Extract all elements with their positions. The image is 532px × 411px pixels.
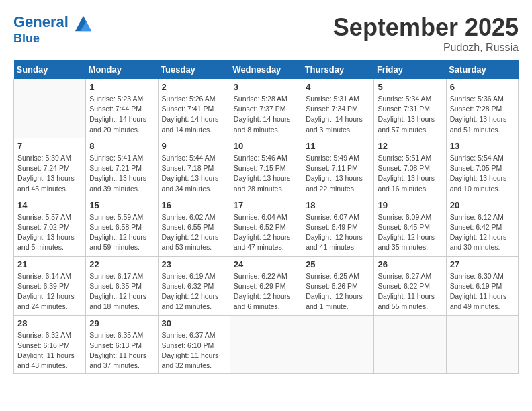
day-info: Sunrise: 6:09 AM Sunset: 6:45 PM Dayligh… (378, 212, 442, 253)
calendar-cell: 22Sunrise: 6:17 AM Sunset: 6:35 PM Dayli… (86, 256, 158, 315)
weekday-header-friday: Friday (374, 60, 446, 79)
day-info: Sunrise: 6:35 AM Sunset: 6:13 PM Dayligh… (89, 330, 154, 371)
day-number: 30 (162, 318, 226, 328)
day-number: 27 (450, 259, 515, 269)
day-info: Sunrise: 6:17 AM Sunset: 6:35 PM Dayligh… (89, 271, 154, 312)
day-number: 11 (306, 141, 370, 151)
weekday-header-row: SundayMondayTuesdayWednesdayThursdayFrid… (14, 60, 519, 79)
calendar-cell: 27Sunrise: 6:30 AM Sunset: 6:19 PM Dayli… (446, 256, 518, 315)
day-number: 22 (89, 259, 154, 269)
calendar-cell (374, 315, 446, 374)
day-info: Sunrise: 6:32 AM Sunset: 6:16 PM Dayligh… (17, 330, 82, 371)
week-row-5: 28Sunrise: 6:32 AM Sunset: 6:16 PM Dayli… (14, 315, 519, 374)
weekday-header-sunday: Sunday (14, 60, 86, 79)
logo-subtext: Blue (13, 32, 93, 46)
day-info: Sunrise: 6:19 AM Sunset: 6:32 PM Dayligh… (162, 271, 226, 312)
day-info: Sunrise: 6:12 AM Sunset: 6:42 PM Dayligh… (450, 212, 515, 253)
calendar-table: SundayMondayTuesdayWednesdayThursdayFrid… (13, 60, 519, 374)
day-number: 7 (17, 141, 82, 151)
day-info: Sunrise: 5:57 AM Sunset: 7:02 PM Dayligh… (17, 212, 82, 253)
day-info: Sunrise: 5:41 AM Sunset: 7:21 PM Dayligh… (89, 153, 154, 194)
day-number: 26 (378, 259, 442, 269)
location: Pudozh, Russia (333, 42, 519, 54)
calendar-cell: 9Sunrise: 5:44 AM Sunset: 7:18 PM Daylig… (158, 138, 230, 197)
calendar-cell: 15Sunrise: 5:59 AM Sunset: 6:58 PM Dayli… (86, 197, 158, 256)
calendar-cell: 29Sunrise: 6:35 AM Sunset: 6:13 PM Dayli… (86, 315, 158, 374)
calendar-cell: 24Sunrise: 6:22 AM Sunset: 6:29 PM Dayli… (230, 256, 302, 315)
calendar-cell: 30Sunrise: 6:37 AM Sunset: 6:10 PM Dayli… (158, 315, 230, 374)
day-number: 18 (306, 200, 370, 210)
calendar-cell (446, 315, 518, 374)
weekday-header-tuesday: Tuesday (158, 60, 230, 79)
week-row-2: 7Sunrise: 5:39 AM Sunset: 7:24 PM Daylig… (14, 138, 519, 197)
day-info: Sunrise: 5:34 AM Sunset: 7:31 PM Dayligh… (378, 94, 442, 135)
day-info: Sunrise: 6:37 AM Sunset: 6:10 PM Dayligh… (162, 330, 226, 371)
calendar-cell: 16Sunrise: 6:02 AM Sunset: 6:55 PM Dayli… (158, 197, 230, 256)
day-number: 6 (450, 82, 515, 92)
day-number: 21 (17, 259, 82, 269)
day-info: Sunrise: 6:27 AM Sunset: 6:22 PM Dayligh… (378, 271, 442, 312)
day-info: Sunrise: 5:36 AM Sunset: 7:28 PM Dayligh… (450, 94, 515, 135)
calendar-cell: 12Sunrise: 5:51 AM Sunset: 7:08 PM Dayli… (374, 138, 446, 197)
week-row-3: 14Sunrise: 5:57 AM Sunset: 7:02 PM Dayli… (14, 197, 519, 256)
calendar-cell: 3Sunrise: 5:28 AM Sunset: 7:37 PM Daylig… (230, 79, 302, 138)
day-info: Sunrise: 5:23 AM Sunset: 7:44 PM Dayligh… (89, 94, 154, 135)
day-number: 28 (17, 318, 82, 328)
month-year: September 2025 (333, 13, 519, 42)
day-info: Sunrise: 5:39 AM Sunset: 7:24 PM Dayligh… (17, 153, 82, 194)
weekday-header-thursday: Thursday (302, 60, 374, 79)
calendar-cell: 28Sunrise: 6:32 AM Sunset: 6:16 PM Dayli… (14, 315, 86, 374)
month-title: September 2025 Pudozh, Russia (333, 13, 519, 54)
day-number: 23 (162, 259, 226, 269)
calendar-cell: 25Sunrise: 6:25 AM Sunset: 6:26 PM Dayli… (302, 256, 374, 315)
day-info: Sunrise: 6:14 AM Sunset: 6:39 PM Dayligh… (17, 271, 82, 312)
weekday-header-wednesday: Wednesday (230, 60, 302, 79)
day-info: Sunrise: 5:59 AM Sunset: 6:58 PM Dayligh… (89, 212, 154, 253)
calendar-cell: 18Sunrise: 6:07 AM Sunset: 6:49 PM Dayli… (302, 197, 374, 256)
page-header: General Blue September 2025 Pudozh, Russ… (13, 13, 519, 54)
day-number: 13 (450, 141, 515, 151)
day-number: 25 (306, 259, 370, 269)
calendar-cell: 19Sunrise: 6:09 AM Sunset: 6:45 PM Dayli… (374, 197, 446, 256)
day-info: Sunrise: 6:02 AM Sunset: 6:55 PM Dayligh… (162, 212, 226, 253)
day-info: Sunrise: 5:44 AM Sunset: 7:18 PM Dayligh… (162, 153, 226, 194)
day-number: 14 (17, 200, 82, 210)
calendar-cell: 23Sunrise: 6:19 AM Sunset: 6:32 PM Dayli… (158, 256, 230, 315)
day-number: 16 (162, 200, 226, 210)
calendar-cell: 5Sunrise: 5:34 AM Sunset: 7:31 PM Daylig… (374, 79, 446, 138)
day-number: 17 (234, 200, 298, 210)
calendar-cell (14, 79, 86, 138)
logo-text: General (13, 13, 93, 32)
week-row-1: 1Sunrise: 5:23 AM Sunset: 7:44 PM Daylig… (14, 79, 519, 138)
day-number: 5 (378, 82, 442, 92)
day-info: Sunrise: 6:30 AM Sunset: 6:19 PM Dayligh… (450, 271, 515, 312)
day-number: 15 (89, 200, 154, 210)
day-info: Sunrise: 5:51 AM Sunset: 7:08 PM Dayligh… (378, 153, 442, 194)
day-number: 24 (234, 259, 298, 269)
calendar-cell: 10Sunrise: 5:46 AM Sunset: 7:15 PM Dayli… (230, 138, 302, 197)
calendar-cell: 20Sunrise: 6:12 AM Sunset: 6:42 PM Dayli… (446, 197, 518, 256)
calendar-cell: 11Sunrise: 5:49 AM Sunset: 7:11 PM Dayli… (302, 138, 374, 197)
calendar-cell: 2Sunrise: 5:26 AM Sunset: 7:41 PM Daylig… (158, 79, 230, 138)
day-info: Sunrise: 6:04 AM Sunset: 6:52 PM Dayligh… (234, 212, 298, 253)
day-number: 4 (306, 82, 370, 92)
day-info: Sunrise: 5:28 AM Sunset: 7:37 PM Dayligh… (234, 94, 298, 135)
calendar-cell: 1Sunrise: 5:23 AM Sunset: 7:44 PM Daylig… (86, 79, 158, 138)
calendar-cell: 13Sunrise: 5:54 AM Sunset: 7:05 PM Dayli… (446, 138, 518, 197)
day-info: Sunrise: 6:07 AM Sunset: 6:49 PM Dayligh… (306, 212, 370, 253)
day-number: 8 (89, 141, 154, 151)
day-info: Sunrise: 6:25 AM Sunset: 6:26 PM Dayligh… (306, 271, 370, 312)
day-info: Sunrise: 5:49 AM Sunset: 7:11 PM Dayligh… (306, 153, 370, 194)
calendar-cell: 21Sunrise: 6:14 AM Sunset: 6:39 PM Dayli… (14, 256, 86, 315)
day-info: Sunrise: 6:22 AM Sunset: 6:29 PM Dayligh… (234, 271, 298, 312)
day-number: 29 (89, 318, 154, 328)
weekday-header-saturday: Saturday (446, 60, 518, 79)
day-number: 20 (450, 200, 515, 210)
day-number: 1 (89, 82, 154, 92)
calendar-cell (230, 315, 302, 374)
calendar-cell: 17Sunrise: 6:04 AM Sunset: 6:52 PM Dayli… (230, 197, 302, 256)
weekday-header-monday: Monday (86, 60, 158, 79)
day-number: 12 (378, 141, 442, 151)
day-number: 10 (234, 141, 298, 151)
day-info: Sunrise: 5:54 AM Sunset: 7:05 PM Dayligh… (450, 153, 515, 194)
